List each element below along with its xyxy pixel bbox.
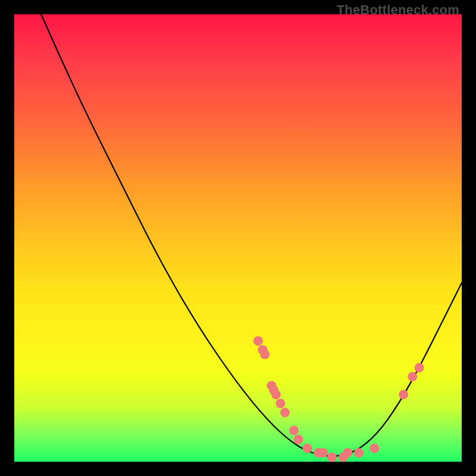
bottleneck-curve xyxy=(41,14,462,456)
data-markers xyxy=(253,336,424,462)
data-marker xyxy=(253,336,263,346)
data-marker xyxy=(275,399,285,408)
data-marker xyxy=(343,448,352,458)
data-marker xyxy=(260,350,270,359)
data-marker xyxy=(415,363,424,372)
data-marker xyxy=(294,434,303,444)
watermark-text: TheBottleneck.com xyxy=(337,2,459,18)
curve-layer xyxy=(14,14,462,462)
data-marker xyxy=(369,443,379,453)
data-marker xyxy=(354,448,364,458)
data-marker xyxy=(408,372,417,381)
plot-frame xyxy=(14,14,462,462)
data-marker xyxy=(327,453,337,462)
data-marker xyxy=(280,408,290,417)
data-marker xyxy=(271,390,281,399)
data-marker xyxy=(318,448,328,458)
data-marker xyxy=(303,443,312,453)
data-marker xyxy=(399,390,408,399)
data-marker xyxy=(289,425,299,435)
